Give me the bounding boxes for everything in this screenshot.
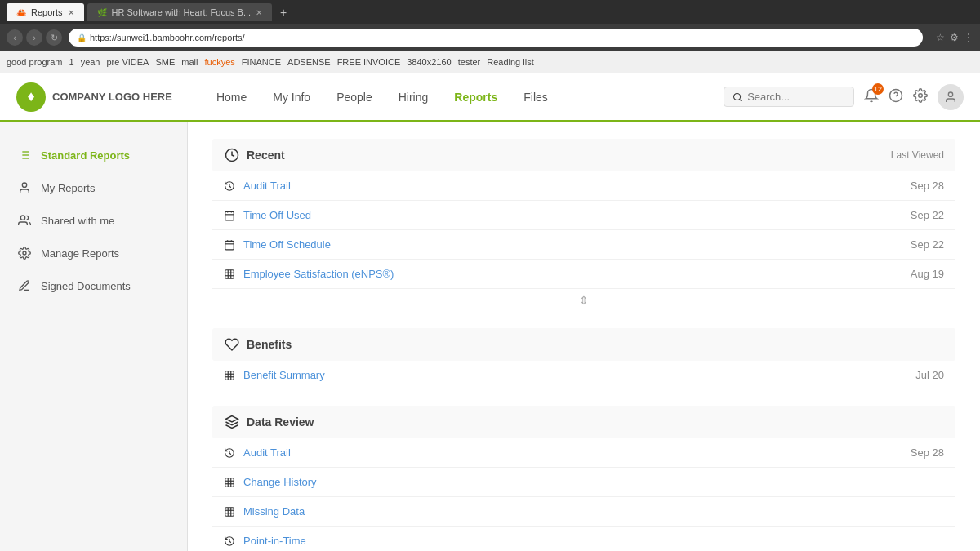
back-button[interactable]: ‹ [7, 29, 23, 46]
menu-icon[interactable]: ⋮ [964, 32, 973, 43]
sidebar-item-manage-reports[interactable]: Manage Reports [0, 237, 187, 269]
recent-icon [224, 147, 240, 163]
extensions-icon[interactable]: ⚙ [950, 32, 959, 43]
benefits-section-header: Benefits [212, 328, 956, 361]
user-avatar[interactable] [938, 84, 964, 110]
bookmark-resolution[interactable]: 3840x2160 [407, 57, 451, 67]
data-review-icon [224, 414, 240, 430]
bookmarks-bar: good program 1 yeah pre VIDEA SME mail f… [0, 51, 980, 73]
link-point-in-time[interactable]: Point-in-Time [243, 535, 936, 547]
tab-close-icon-2[interactable]: ✕ [256, 8, 262, 17]
logo-area: ♦ COMPANY LOGO HERE [16, 82, 172, 112]
svg-rect-24 [225, 269, 234, 278]
active-tab[interactable]: 🦀 Reports ✕ [7, 3, 84, 21]
bookmark-finance[interactable]: FINANCE [242, 57, 281, 67]
main-nav: Home My Info People Hiring Reports Files [205, 73, 707, 122]
report-row-audit-trail-recent: Audit Trail Sep 28 [212, 171, 956, 201]
sidebar-item-shared-with-me[interactable]: Shared with me [0, 204, 187, 237]
recent-section: Recent Last Viewed Audit Trail Sep 28 Ti… [212, 139, 956, 312]
notification-icon[interactable]: 12 [864, 88, 879, 106]
link-time-off-schedule[interactable]: Time Off Schedule [243, 238, 902, 251]
data-review-section: Data Review Audit Trail Sep 28 Change Hi… [212, 406, 956, 551]
star-icon[interactable]: ☆ [936, 32, 945, 43]
data-review-section-header: Data Review [212, 406, 956, 438]
nav-my-info[interactable]: My Info [261, 73, 322, 122]
url-bar[interactable]: 🔒 https://sunwei1.bamboohr.com/reports/ [69, 29, 923, 47]
manage-reports-icon [16, 245, 33, 261]
tab-label-2: HR Software with Heart: Focus B... [112, 7, 252, 17]
settings-icon[interactable] [913, 88, 928, 106]
link-change-history[interactable]: Change History [243, 476, 936, 488]
svg-marker-34 [226, 416, 238, 423]
forward-button[interactable]: › [26, 29, 42, 46]
bookmark-previdea[interactable]: pre VIDEA [106, 57, 149, 67]
new-tab-button[interactable]: + [275, 6, 292, 19]
nav-home[interactable]: Home [205, 73, 258, 122]
report-row-missing-data: Missing Data [212, 497, 956, 527]
nav-files[interactable]: Files [512, 73, 559, 122]
report-row-time-off-schedule: Time Off Schedule Sep 22 [212, 230, 956, 260]
report-row-audit-trail-dr: Audit Trail Sep 28 [212, 438, 956, 468]
tab-bar: 🦀 Reports ✕ 🌿 HR Software with Heart: Fo… [0, 0, 980, 24]
nav-reports[interactable]: Reports [443, 73, 509, 122]
svg-point-14 [23, 251, 26, 255]
expand-arrow[interactable]: ⇕ [212, 289, 956, 312]
address-bar: ‹ › ↻ 🔒 https://sunwei1.bamboohr.com/rep… [0, 24, 980, 51]
bookmark-fuckyes[interactable]: fuckyes [204, 57, 234, 67]
report-row-time-off-used: Time Off Used Sep 22 [212, 201, 956, 230]
standard-reports-label: Standard Reports [41, 149, 130, 162]
bookmark-mail[interactable]: mail [181, 57, 198, 67]
bookmark-adsense[interactable]: ADSENSE [287, 57, 331, 67]
tab-label: Reports [31, 7, 63, 17]
sidebar-item-signed-documents[interactable]: Signed Documents [0, 269, 187, 302]
nav-people[interactable]: People [325, 73, 384, 122]
bookmark-1[interactable]: 1 [69, 57, 74, 67]
link-missing-data[interactable]: Missing Data [243, 505, 936, 518]
benefits-title: Benefits [247, 338, 292, 351]
browser-chrome: 🦀 Reports ✕ 🌿 HR Software with Heart: Fo… [0, 0, 980, 51]
table-icon-2 [224, 370, 235, 381]
header: ♦ COMPANY LOGO HERE Home My Info People … [0, 73, 980, 122]
help-icon[interactable] [889, 88, 903, 106]
shared-with-me-icon [16, 212, 33, 229]
bookmark-tester[interactable]: tester [458, 57, 481, 67]
date-audit-trail-dr: Sep 28 [911, 447, 944, 459]
tab-close-icon[interactable]: ✕ [68, 8, 74, 17]
link-audit-trail-recent[interactable]: Audit Trail [243, 180, 902, 192]
refresh-button[interactable]: ↻ [46, 29, 62, 46]
link-employee-satisfaction[interactable]: Employee Satisfaction (eNPS®) [243, 268, 902, 280]
link-audit-trail-dr[interactable]: Audit Trail [243, 447, 902, 459]
bookmark-reading-list[interactable]: Reading list [487, 57, 533, 67]
search-input[interactable] [747, 91, 845, 103]
inactive-tab[interactable]: 🌿 HR Software with Heart: Focus B... ✕ [87, 3, 273, 21]
bookmark-yeah[interactable]: yeah [81, 57, 100, 67]
standard-reports-icon [16, 147, 33, 163]
benefits-icon [224, 336, 240, 353]
calendar-icon-1 [224, 210, 235, 221]
bookmark-free-invoice[interactable]: FREE INVOICE [337, 57, 401, 67]
table-icon-4 [224, 506, 235, 518]
bookmark-sme[interactable]: SME [155, 57, 175, 67]
logo-text: COMPANY LOGO HERE [52, 91, 172, 103]
svg-rect-29 [225, 371, 234, 380]
my-reports-icon [16, 180, 33, 196]
table-icon-3 [224, 477, 235, 488]
link-benefit-summary[interactable]: Benefit Summary [243, 369, 907, 381]
link-time-off-used[interactable]: Time Off Used [243, 209, 902, 221]
svg-point-0 [734, 93, 741, 100]
search-box[interactable] [724, 87, 854, 107]
last-viewed-label: Last Viewed [891, 149, 944, 161]
layout: Standard Reports My Reports Shared with … [0, 122, 980, 551]
logo-icon: ♦ [16, 82, 46, 112]
sidebar-item-standard-reports[interactable]: Standard Reports [0, 139, 187, 171]
recent-title: Recent [247, 149, 285, 162]
bookmark-good-program[interactable]: good program [7, 57, 63, 67]
svg-rect-20 [225, 241, 234, 250]
svg-line-1 [739, 99, 741, 100]
report-row-benefit-summary: Benefit Summary Jul 20 [212, 361, 956, 389]
sidebar-item-my-reports[interactable]: My Reports [0, 171, 187, 204]
main-content: Recent Last Viewed Audit Trail Sep 28 Ti… [188, 122, 980, 551]
nav-hiring[interactable]: Hiring [387, 73, 440, 122]
history-icon-2 [224, 447, 235, 459]
data-review-title: Data Review [247, 415, 314, 429]
